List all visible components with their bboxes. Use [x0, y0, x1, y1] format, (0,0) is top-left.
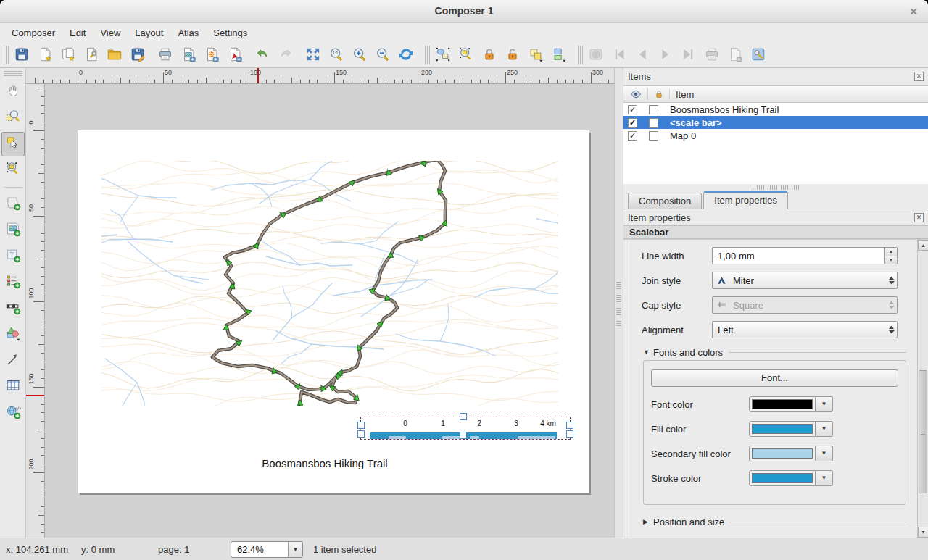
zoom-full-button[interactable] [302, 44, 326, 66]
spin-buttons[interactable]: ▲▼ [884, 248, 897, 264]
toolbar-grip[interactable] [578, 46, 583, 64]
join-style-combobox[interactable]: Miter [712, 272, 898, 289]
save-as-template-button[interactable] [127, 44, 150, 66]
combo-arrows-icon[interactable] [885, 300, 897, 310]
lock-checkbox[interactable] [649, 105, 658, 114]
item-row[interactable]: ✓<scale bar> [624, 116, 928, 129]
stroke-color-swatch[interactable] [749, 470, 816, 486]
items-panel-close-button[interactable]: ✕ [914, 72, 924, 81]
composer-manager-button[interactable] [80, 44, 104, 66]
selection-handle[interactable] [357, 430, 365, 438]
zoom-level-combobox[interactable]: 62.4% ▼ [231, 541, 303, 558]
new-composition-button[interactable] [34, 44, 57, 66]
group-header-position-and-size[interactable]: ▶Position and size [643, 515, 906, 528]
add-table-tool-button[interactable] [1, 375, 25, 399]
move-item-content-tool-button[interactable] [1, 158, 25, 183]
chevron-down-icon[interactable]: ▼ [816, 421, 833, 437]
menu-edit[interactable]: Edit [62, 25, 93, 41]
undo-button[interactable] [252, 44, 275, 66]
scroll-up-button[interactable]: ▲ [918, 240, 928, 251]
print-atlas-button[interactable] [701, 44, 724, 66]
properties-scrollbar[interactable]: ▲ ▼ [917, 240, 928, 538]
tab-composition[interactable]: Composition [628, 193, 702, 209]
item-row[interactable]: ✓Boosmansbos Hiking Trail [624, 103, 928, 116]
move-item-content-button[interactable] [455, 44, 478, 66]
chevron-down-icon[interactable]: ▼ [816, 446, 833, 461]
secondary-fill-color-swatch[interactable] [749, 446, 816, 461]
add-html-tool-button[interactable]: </> [1, 401, 25, 425]
export-svg-button[interactable] [201, 44, 224, 66]
redo-button[interactable] [275, 44, 298, 66]
menu-layout[interactable]: Layout [128, 25, 170, 41]
map-item[interactable] [102, 161, 558, 406]
atlas-prev-button[interactable] [631, 44, 655, 66]
font-color-swatch[interactable] [749, 396, 816, 412]
zoom-out-button[interactable] [372, 44, 395, 66]
toolbar-grip[interactable] [4, 46, 9, 64]
chevron-down-icon[interactable]: ▼ [816, 396, 833, 412]
print-composition-button[interactable] [154, 44, 178, 66]
add-scalebar-tool-button[interactable] [1, 296, 25, 321]
selection-handle[interactable] [460, 432, 467, 439]
line-width-spinbox[interactable]: 1,00 mm▲▼ [712, 247, 898, 264]
add-arrow-tool-button[interactable] [1, 348, 25, 373]
add-map-tool-button[interactable] [1, 192, 25, 217]
atlas-first-button[interactable] [608, 44, 631, 66]
scrollbar-thumb[interactable] [919, 370, 927, 493]
chevron-down-icon[interactable]: ▼ [288, 542, 302, 557]
scalebar-item[interactable]: 01234 km [360, 417, 571, 440]
alignment-combobox[interactable]: Left [712, 321, 898, 338]
export-atlas-button[interactable] [724, 44, 747, 66]
combo-arrows-icon[interactable] [885, 325, 897, 335]
refresh-view-button[interactable] [395, 44, 418, 66]
atlas-next-button[interactable] [655, 44, 678, 66]
visibility-checkbox[interactable]: ✓ [628, 105, 637, 114]
zoom-tool-tool-button[interactable] [1, 106, 25, 130]
item-row[interactable]: ✓Map 0 [624, 129, 928, 142]
fill-color-swatch[interactable] [749, 421, 816, 437]
selection-handle[interactable] [566, 422, 573, 429]
lock-items-button[interactable] [478, 44, 502, 66]
atlas-last-button[interactable] [678, 44, 701, 66]
unlock-all-button[interactable] [502, 44, 525, 66]
combo-arrows-icon[interactable] [885, 275, 897, 285]
group-items-button[interactable] [525, 44, 548, 66]
atlas-preview-button[interactable] [585, 44, 608, 66]
add-legend-tool-button[interactable] [1, 270, 25, 295]
duplicate-composition-button[interactable] [57, 44, 80, 66]
add-shape-tool-button[interactable] [1, 322, 25, 347]
menu-settings[interactable]: Settings [206, 25, 254, 41]
menu-view[interactable]: View [93, 25, 128, 41]
export-pdf-button[interactable] [224, 44, 247, 66]
zoom-actual-button[interactable]: 1:1 [326, 44, 349, 66]
composition-canvas[interactable]: 01234 km Boosmansbos Hiking Trail [45, 84, 614, 538]
scroll-down-button[interactable]: ▼ [918, 527, 928, 538]
load-template-button[interactable] [104, 44, 127, 66]
lock-checkbox[interactable] [649, 131, 658, 141]
save-composition-button[interactable] [11, 44, 34, 66]
composition-page[interactable]: 01234 km Boosmansbos Hiking Trail [78, 130, 589, 493]
add-image-tool-button[interactable] [1, 218, 25, 243]
selection-handle[interactable] [566, 430, 573, 438]
map-title-label[interactable]: Boosmansbos Hiking Trail [262, 457, 387, 469]
menu-composer[interactable]: Composer [4, 25, 62, 41]
lock-checkbox[interactable] [649, 118, 658, 128]
group-header-fonts-and-colors[interactable]: ▼Fonts and colors [643, 346, 906, 359]
selection-handle[interactable] [460, 413, 467, 420]
font-button[interactable]: Font... [651, 369, 898, 387]
zoom-in-button[interactable] [349, 44, 372, 66]
pan-tool-button[interactable] [1, 80, 25, 104]
select-move-item-tool-button[interactable] [1, 132, 25, 156]
items-properties-splitter[interactable] [624, 184, 928, 191]
chevron-down-icon[interactable]: ▼ [816, 470, 833, 486]
toolbar-grip[interactable] [4, 71, 22, 76]
export-image-button[interactable] [178, 44, 201, 66]
atlas-settings-button[interactable] [747, 44, 771, 66]
tab-item-properties[interactable]: Item properties [703, 191, 788, 209]
selection-handle[interactable] [357, 422, 365, 429]
window-close-button[interactable]: ✕ [906, 4, 921, 19]
properties-close-button[interactable]: ✕ [914, 213, 924, 222]
toolbar-grip[interactable] [425, 46, 430, 64]
menu-atlas[interactable]: Atlas [170, 25, 206, 41]
raise-items-button[interactable] [548, 44, 571, 66]
